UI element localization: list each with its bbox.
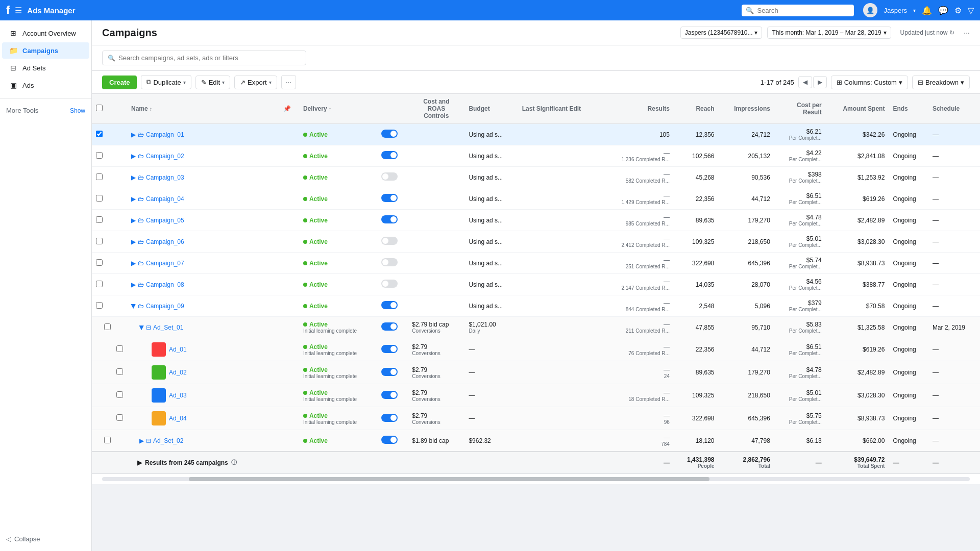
row-checkbox[interactable]: [96, 216, 103, 223]
campaign-toggle[interactable]: [381, 258, 398, 266]
row-checkbox[interactable]: [96, 173, 103, 180]
campaign-toggle[interactable]: [381, 151, 398, 159]
ad-label[interactable]: Ad_04: [169, 415, 187, 422]
chevron-icon[interactable]: ▶: [131, 217, 136, 224]
row-checkbox[interactable]: [116, 345, 123, 352]
campaign-name-cell[interactable]: ▶ 🗁 Campaign_04: [131, 195, 265, 203]
row-checkbox[interactable]: [104, 437, 111, 443]
edit-button[interactable]: ✎ Edit ▾: [195, 76, 230, 89]
ad-toggle[interactable]: [381, 368, 398, 376]
messages-icon[interactable]: 💬: [938, 6, 948, 15]
date-range-selector[interactable]: This month: Mar 1, 2019 – Mar 28, 2019 ▾: [767, 27, 891, 39]
export-button[interactable]: ↗ Export ▾: [234, 76, 277, 89]
top-search-input[interactable]: [757, 7, 850, 14]
chevron-icon[interactable]: ▶: [130, 304, 137, 308]
prev-page-button[interactable]: ◀: [798, 76, 812, 88]
campaign-toggle[interactable]: [381, 301, 398, 309]
ad-toggle[interactable]: [381, 414, 398, 422]
chevron-icon[interactable]: ▶: [138, 325, 145, 330]
folder-icon: 🗁: [138, 238, 144, 245]
campaign-toggle[interactable]: [381, 280, 398, 288]
adset-name-cell[interactable]: ▶ ⊟ Ad_Set_02: [139, 437, 265, 444]
campaign-toggle[interactable]: [381, 237, 398, 245]
horizontal-scrollbar[interactable]: [102, 477, 970, 481]
header-more-options[interactable]: ···: [964, 29, 970, 37]
row-checkbox[interactable]: [96, 259, 103, 266]
ad-label[interactable]: Ad_03: [169, 392, 187, 399]
user-dropdown-icon[interactable]: ▾: [913, 8, 916, 13]
campaign-name-cell[interactable]: ▶ 🗁 Campaign_09: [131, 303, 265, 310]
ad-toggle[interactable]: [381, 345, 398, 353]
next-page-button[interactable]: ▶: [813, 76, 827, 88]
row-checkbox[interactable]: [96, 152, 103, 159]
row-checkbox[interactable]: [116, 414, 123, 421]
row-checkbox[interactable]: [96, 238, 103, 244]
expand-icon[interactable]: ▶: [137, 459, 142, 466]
create-button[interactable]: Create: [102, 76, 137, 89]
chevron-icon[interactable]: ▶: [131, 131, 136, 138]
settings-icon[interactable]: ⚙: [954, 6, 962, 15]
chevron-icon[interactable]: ▶: [131, 174, 136, 181]
columns-selector[interactable]: ⊞ Columns: Custom ▾: [831, 76, 908, 89]
campaign-toggle[interactable]: [381, 215, 398, 223]
campaign-toggle[interactable]: [381, 194, 398, 202]
sidebar-item-ad-sets[interactable]: ⊟ Ad Sets: [2, 60, 89, 76]
pagination-info: 1-17 of 245: [761, 79, 794, 86]
more-actions-button[interactable]: ···: [281, 75, 297, 89]
chevron-icon[interactable]: ▶: [131, 260, 136, 267]
hamburger-icon[interactable]: ☰: [15, 6, 22, 15]
ad-thumbnail: [152, 342, 166, 357]
chevron-icon[interactable]: ▶: [131, 153, 136, 160]
campaign-name-cell[interactable]: ▶ 🗁 Campaign_07: [131, 260, 265, 267]
adset-toggle[interactable]: [381, 436, 398, 444]
help-icon[interactable]: ▽: [968, 6, 974, 15]
show-link[interactable]: Show: [70, 107, 85, 114]
chevron-icon[interactable]: ▶: [131, 238, 136, 245]
adset-toggle[interactable]: [381, 322, 398, 331]
ends-cell: Ongoing: [889, 124, 928, 145]
sidebar-item-account-overview[interactable]: ⊞ Account Overview: [2, 25, 89, 41]
campaign-name-cell[interactable]: ▶ 🗁 Campaign_03: [131, 174, 265, 181]
campaign-name-cell[interactable]: ▶ 🗁 Campaign_05: [131, 217, 265, 224]
sidebar-item-label-campaigns: Campaigns: [22, 47, 58, 55]
select-all-checkbox[interactable]: [96, 105, 103, 111]
col-amount-spent: Amount Spent: [826, 94, 889, 124]
ad-toggle[interactable]: [381, 391, 398, 399]
table-row: ▶ 🗁 Campaign_02 Active Using ad s... —1,…: [92, 145, 980, 167]
col-cpr: Cost perResult: [774, 94, 826, 124]
user-name[interactable]: Jaspers: [884, 7, 907, 14]
campaign-toggle[interactable]: [381, 172, 398, 181]
breakdown-selector[interactable]: ⊟ Breakdown ▾: [912, 76, 970, 89]
campaign-search-input[interactable]: [118, 54, 301, 62]
chevron-icon[interactable]: ▶: [131, 195, 136, 203]
campaign-name-cell[interactable]: ▶ 🗁 Campaign_06: [131, 238, 265, 245]
summary-ends: —: [889, 452, 928, 473]
row-checkbox[interactable]: [104, 323, 111, 330]
campaign-name-cell[interactable]: ▶ 🗁 Campaign_02: [131, 153, 265, 160]
row-checkbox[interactable]: [116, 368, 123, 375]
campaign-toggle[interactable]: [381, 130, 398, 138]
campaign-name-cell[interactable]: ▶ 🗁 Campaign_08: [131, 281, 265, 288]
chevron-icon[interactable]: ▶: [139, 437, 144, 444]
row-checkbox[interactable]: [116, 391, 123, 398]
columns-dropdown-icon: ▾: [899, 79, 902, 86]
row-checkbox[interactable]: [96, 302, 103, 309]
ad-label[interactable]: Ad_02: [169, 369, 187, 376]
adset-label: Ad_Set_01: [153, 324, 183, 331]
adset-name-cell[interactable]: ▶ ⊟ Ad_Set_01: [139, 324, 265, 331]
duplicate-button[interactable]: ⧉ Duplicate ▾: [141, 75, 191, 89]
ad-label[interactable]: Ad_01: [169, 346, 187, 353]
row-checkbox[interactable]: [96, 195, 103, 202]
notification-icon[interactable]: 🔔: [922, 6, 932, 15]
summary-schedule: —: [928, 452, 980, 473]
sidebar-item-ads[interactable]: ▣ Ads: [2, 77, 89, 93]
campaign-name-cell[interactable]: ▶ 🗁 Campaign_01: [131, 131, 265, 138]
account-selector[interactable]: Jaspers (12345678910... ▾: [680, 27, 763, 39]
refresh-icon[interactable]: ↻: [949, 29, 954, 36]
collapse-button[interactable]: ◁ Collapse: [0, 531, 91, 547]
sidebar-item-campaigns[interactable]: 📁 Campaigns: [2, 42, 89, 59]
row-checkbox[interactable]: [96, 131, 103, 137]
row-checkbox[interactable]: [96, 281, 103, 287]
campaign-label: Campaign_02: [146, 153, 184, 160]
chevron-icon[interactable]: ▶: [131, 281, 136, 288]
